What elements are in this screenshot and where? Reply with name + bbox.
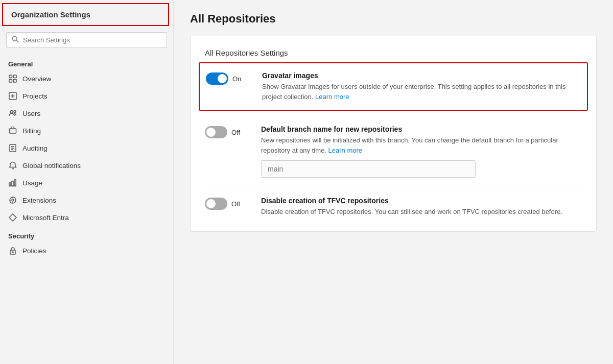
card-section-title: All Repositories Settings: [205, 48, 582, 57]
sidebar-item-label: Microsoft Entra: [22, 214, 69, 222]
gravatar-learn-more[interactable]: Learn more: [315, 93, 349, 101]
page-title: All Repositories: [190, 12, 597, 26]
sidebar-item-users[interactable]: Users: [0, 105, 173, 122]
settings-card: All Repositories Settings On Gravatar im…: [190, 36, 597, 232]
tfvc-toggle-area: Off: [205, 197, 251, 210]
plus-square-icon: [8, 91, 17, 101]
svg-point-28: [12, 252, 13, 253]
tfvc-info: Disable creation of TFVC repositories Di…: [261, 197, 582, 217]
users-icon: [8, 109, 17, 118]
sidebar-item-label: Extensions: [22, 197, 56, 204]
bell-icon: [8, 161, 17, 170]
svg-rect-3: [14, 75, 17, 78]
branch-desc: New repositories will be initialized wit…: [261, 135, 582, 155]
svg-rect-17: [12, 181, 13, 186]
sidebar-item-label: Auditing: [22, 144, 48, 152]
cart-icon: [8, 126, 17, 135]
chart-icon: [8, 178, 17, 187]
setting-row-default-branch: Off Default branch name for new reposito…: [205, 116, 582, 187]
branch-learn-more[interactable]: Learn more: [328, 147, 362, 154]
diamond-icon: [8, 213, 17, 222]
sidebar-item-microsoft-entra[interactable]: Microsoft Entra: [0, 209, 173, 226]
branch-info: Default branch name for new repositories…: [261, 125, 582, 178]
svg-line-1: [16, 40, 18, 42]
search-icon: [12, 36, 19, 44]
gravatar-info: Gravatar images Show Gravatar images for…: [262, 71, 581, 102]
tfvc-title: Disable creation of TFVC repositories: [261, 197, 582, 205]
svg-rect-4: [9, 80, 12, 83]
grid-icon: [8, 74, 17, 83]
tfvc-toggle-label: Off: [231, 200, 240, 208]
sidebar-item-billing[interactable]: Billing: [0, 122, 173, 139]
svg-point-10: [14, 111, 16, 113]
branch-toggle[interactable]: [205, 126, 227, 138]
setting-row-gravatar: On Gravatar images Show Gravatar images …: [199, 62, 588, 111]
org-settings-title: Organization Settings: [2, 3, 169, 26]
section-label-security: Security: [0, 228, 173, 242]
sidebar-item-label: Usage: [22, 179, 42, 187]
main-content: All Repositories All Repositories Settin…: [174, 0, 613, 364]
svg-rect-27: [10, 250, 15, 254]
gravatar-title: Gravatar images: [262, 71, 581, 80]
svg-point-0: [12, 36, 17, 41]
gravatar-desc: Show Gravatar images for users outside o…: [262, 82, 581, 102]
sidebar-item-auditing[interactable]: Auditing: [0, 139, 173, 157]
svg-marker-26: [9, 214, 16, 221]
sidebar-item-overview[interactable]: Overview: [0, 70, 173, 87]
gravatar-toggle-label: On: [232, 75, 241, 83]
gravatar-toggle-area: On: [206, 71, 252, 85]
setting-row-tfvc: Off Disable creation of TFVC repositorie…: [205, 187, 582, 219]
branch-toggle-label: Off: [231, 129, 240, 136]
svg-rect-18: [14, 180, 16, 186]
branch-toggle-area: Off: [205, 125, 251, 138]
sidebar-item-projects[interactable]: Projects: [0, 87, 173, 105]
sidebar-item-label: Overview: [22, 75, 51, 83]
lock-icon: [8, 246, 17, 255]
sidebar-item-extensions[interactable]: Extensions: [0, 191, 173, 209]
sidebar-item-usage[interactable]: Usage: [0, 174, 173, 191]
svg-rect-5: [14, 80, 17, 83]
section-label-general: General: [0, 56, 173, 70]
tfvc-desc: Disable creation of TFVC repositories. Y…: [261, 207, 582, 217]
branch-name-input[interactable]: [261, 160, 476, 178]
sidebar-item-label: Global notifications: [22, 162, 81, 169]
branch-title: Default branch name for new repositories: [261, 125, 582, 133]
sidebar-item-policies[interactable]: Policies: [0, 242, 173, 259]
sidebar-item-label: Policies: [22, 247, 46, 255]
sidebar: Organization Settings General Overview: [0, 0, 174, 364]
sidebar-item-label: Billing: [22, 127, 41, 135]
gear-circle-icon: [8, 196, 17, 205]
search-input[interactable]: [23, 36, 161, 44]
sidebar-item-label: Projects: [22, 92, 48, 100]
tfvc-toggle[interactable]: [205, 198, 227, 210]
gravatar-toggle[interactable]: [206, 72, 228, 85]
search-box[interactable]: [6, 32, 167, 48]
svg-point-9: [11, 111, 13, 113]
svg-rect-2: [9, 75, 12, 78]
svg-rect-16: [9, 183, 11, 186]
svg-point-21: [12, 199, 14, 201]
doc-icon: [8, 143, 17, 153]
sidebar-item-global-notifications[interactable]: Global notifications: [0, 157, 173, 174]
svg-rect-11: [10, 129, 16, 133]
sidebar-item-label: Users: [22, 110, 40, 117]
